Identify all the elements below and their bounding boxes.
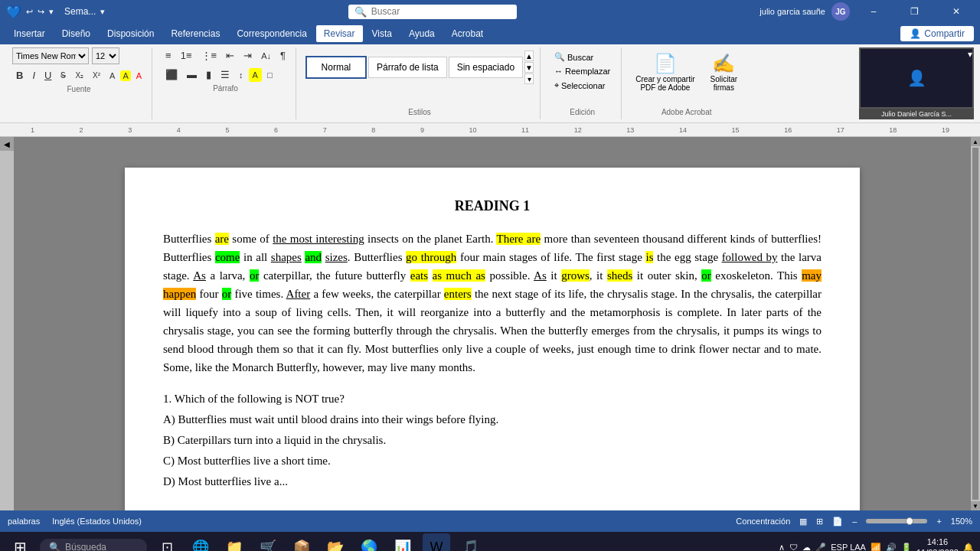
taskbar-app-word[interactable]: W — [423, 533, 450, 551]
menu-vista[interactable]: Vista — [364, 25, 400, 42]
language-indicator[interactable]: ESP LAA — [831, 543, 866, 551]
vertical-scrollbar[interactable]: ▲ ▼ — [971, 137, 980, 510]
taskbar-app-dropbox[interactable]: 📦 — [288, 533, 315, 551]
maximize-button[interactable]: ❐ — [897, 0, 933, 23]
select-button[interactable]: ⌖ Seleccionar — [550, 79, 615, 92]
paragraph-group: ≡ 1≡ ⋮≡ ⇤ ⇥ A↓ ¶ ⬛ ▬ ▮ ☰ ↕ A □ Párrafo — [155, 47, 296, 119]
font-family-select[interactable]: Times New Roman — [12, 47, 89, 64]
taskbar-app-files[interactable]: 📂 — [322, 533, 349, 551]
menu-correspondencia[interactable]: Correspondencia — [229, 25, 314, 42]
zoom-decrease[interactable]: – — [852, 517, 857, 526]
taskbar-app-unknown2[interactable]: 🎵 — [456, 533, 484, 551]
scroll-up-button[interactable]: ▲ — [971, 137, 980, 146]
layout-icon2[interactable]: ⊞ — [816, 517, 823, 527]
undo-icon[interactable]: ↩ — [26, 7, 33, 17]
zoom-increase[interactable]: + — [936, 517, 941, 526]
search-input[interactable] — [371, 6, 494, 17]
border-button[interactable]: □ — [263, 68, 276, 82]
font-color-button[interactable]: A — [132, 69, 145, 83]
close-button[interactable]: ✕ — [939, 0, 974, 23]
menu-ayuda[interactable]: Ayuda — [401, 25, 443, 42]
menu-insertar[interactable]: Insertar — [6, 25, 53, 42]
scroll-thumb[interactable] — [972, 148, 978, 500]
document-area: ◀ READING 1 Butterflies are some of the … — [0, 137, 980, 510]
title-bar-right: julio garcia sauñe JG – ❐ ✕ — [760, 0, 974, 23]
menu-disposicion[interactable]: Disposición — [100, 25, 162, 42]
numbering-button[interactable]: 1≡ — [177, 47, 196, 64]
menu-revisar[interactable]: Revisar — [316, 25, 363, 42]
request-signatures-button[interactable]: ✍ Solicitarfirmas — [706, 51, 743, 94]
taskbar-app-chrome[interactable]: 🌎 — [355, 533, 383, 551]
taskbar-app-unknown1[interactable]: 📁 — [220, 533, 248, 551]
style-sin-espaciado[interactable]: Sin espaciado — [449, 57, 523, 78]
minimize-button[interactable]: – — [856, 0, 891, 23]
list-controls: ≡ 1≡ ⋮≡ ⇤ ⇥ A↓ ¶ — [162, 47, 289, 64]
align-center-button[interactable]: ▬ — [183, 67, 201, 83]
scroll-down-button[interactable]: ▼ — [971, 501, 980, 510]
status-bar-right: Concentración ▦ ⊞ 📄 – + 150% — [736, 517, 972, 527]
underline-as: As — [193, 269, 206, 282]
editing-group: 🔍 Buscar ↔ Reemplazar ⌖ Seleccionar Edic… — [544, 47, 622, 119]
language-selector[interactable]: Inglés (Estados Unidos) — [52, 517, 142, 526]
taskbar-search-icon: 🔍 — [49, 542, 60, 551]
taskbar-search[interactable]: 🔍 Búsqueda — [40, 539, 147, 551]
bold-button[interactable]: B — [12, 67, 27, 83]
share-button[interactable]: 👤 Compartir — [900, 26, 974, 41]
taskbar-volume-icon: 🔊 — [886, 543, 897, 552]
menu-acrobat[interactable]: Acrobat — [444, 25, 491, 42]
time-display[interactable]: 14:16 11/03/2023 — [916, 536, 959, 551]
shading-button[interactable]: A — [249, 68, 262, 82]
increase-indent-button[interactable]: ⇥ — [240, 47, 256, 64]
replace-button[interactable]: ↔ Reemplazar — [550, 65, 615, 77]
highlight-button[interactable]: A — [120, 70, 130, 81]
create-pdf-button[interactable]: 📄 Crear y compartirPDF de Adobe — [631, 51, 699, 94]
webcam-collapse-button[interactable]: ▾ — [968, 49, 972, 60]
decrease-indent-button[interactable]: ⇤ — [222, 47, 238, 64]
align-left-button[interactable]: ⬛ — [162, 67, 181, 83]
notifications-icon[interactable]: 🔔 — [963, 543, 974, 552]
zoom-level[interactable]: 150% — [951, 517, 972, 526]
styles-down-button[interactable]: ▼ — [524, 62, 534, 73]
font-size-select[interactable]: 12 — [92, 47, 119, 64]
zoom-slider[interactable] — [866, 519, 927, 523]
style-normal[interactable]: Normal — [305, 56, 367, 79]
taskbar-app-edge[interactable]: 🌐 — [187, 533, 214, 551]
align-right-button[interactable]: ▮ — [202, 67, 215, 83]
user-avatar[interactable]: JG — [831, 2, 850, 21]
ruler-toggle[interactable]: ◀ — [0, 137, 14, 151]
find-button[interactable]: 🔍 Buscar — [550, 51, 615, 64]
multilevel-list-button[interactable]: ⋮≡ — [198, 47, 221, 64]
layout-icon3[interactable]: 📄 — [832, 517, 843, 527]
document-body[interactable]: Butterflies are some of the most interes… — [163, 230, 822, 377]
underline-button[interactable]: U — [41, 67, 55, 83]
subscript-button[interactable]: X₂ — [71, 69, 87, 82]
taskbar-app-store[interactable]: 🛒 — [254, 533, 282, 551]
menu-diseno[interactable]: Diseño — [54, 25, 98, 42]
styles-up-button[interactable]: ▲ — [524, 51, 534, 61]
sort-button[interactable]: A↓ — [257, 49, 275, 63]
justify-button[interactable]: ☰ — [217, 67, 234, 83]
redo-icon[interactable]: ↪ — [38, 7, 44, 17]
task-view-button[interactable]: ⊡ — [153, 533, 181, 551]
style-parrafo-lista[interactable]: Párrafo de lista — [368, 57, 447, 78]
styles-expand-button[interactable]: ▾ — [524, 73, 534, 84]
clear-format-button[interactable]: A — [106, 69, 119, 83]
bullets-button[interactable]: ≡ — [162, 47, 175, 64]
dropdown-icon[interactable]: ▾ — [100, 7, 105, 17]
customize-icon[interactable]: ▾ — [49, 7, 54, 17]
zoom-thumb[interactable] — [906, 517, 913, 525]
concentration-mode[interactable]: Concentración — [736, 517, 790, 526]
taskbar-chevron[interactable]: ∧ — [779, 543, 785, 552]
document-title: READING 1 — [163, 198, 822, 214]
line-spacing-button[interactable]: ↕ — [235, 68, 247, 82]
superscript-button[interactable]: X² — [89, 69, 104, 82]
italic-button[interactable]: I — [28, 67, 39, 83]
start-button[interactable]: ⊞ — [6, 533, 34, 551]
taskbar-app-powerpoint[interactable]: 📊 — [389, 533, 416, 551]
layout-icon1[interactable]: ▦ — [799, 517, 807, 527]
strikethrough-button[interactable]: S̶ — [57, 68, 70, 83]
highlight-eats: eats — [410, 269, 428, 282]
show-marks-button[interactable]: ¶ — [276, 47, 289, 64]
menu-referencias[interactable]: Referencias — [163, 25, 227, 42]
search-bar[interactable]: 🔍 — [348, 5, 517, 19]
